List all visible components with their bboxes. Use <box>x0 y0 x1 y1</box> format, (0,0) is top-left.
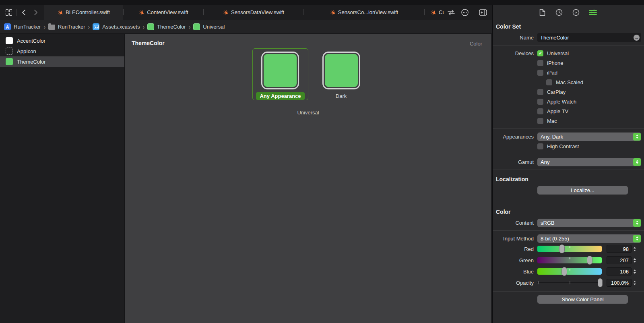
group-divider <box>248 105 369 105</box>
tab-sensorsconnectionview[interactable]: SensorsCo...ionView.swift <box>303 5 424 20</box>
editor-controls <box>444 5 492 20</box>
tabs: BLEController.swift ContentView.swift Se… <box>44 5 444 20</box>
variant-any-appearance[interactable]: Any Appearance <box>252 48 308 100</box>
breadcrumb-universal[interactable]: Universal <box>193 23 225 30</box>
green-slider[interactable] <box>537 257 602 263</box>
inspector-panel: ? Color Set Name ThemeColor → Devices ✓ … <box>492 5 644 323</box>
sidebar-item-accentcolor[interactable]: AccentColor <box>0 35 124 46</box>
checkbox-icon[interactable]: ✓ <box>537 50 543 56</box>
red-value-field[interactable]: 98 <box>607 245 632 253</box>
tab-blecontroller[interactable]: BLEController.swift <box>44 5 123 20</box>
sidebar-item-appicon[interactable]: AppIcon <box>0 46 124 56</box>
green-slider-row: Green 207 <box>493 255 644 266</box>
content-dropdown[interactable]: sRGB <box>537 219 641 227</box>
breadcrumb-label: Assets.xcassets <box>102 24 140 30</box>
editor-options-icon[interactable] <box>460 8 470 17</box>
show-color-panel-button[interactable]: Show Color Panel <box>537 295 628 304</box>
breadcrumb-folder[interactable]: RunTracker <box>48 24 85 30</box>
code-review-icon[interactable] <box>446 8 456 17</box>
checkbox-iphone[interactable]: iPhone <box>537 58 563 68</box>
tab-overview-icon[interactable] <box>4 8 14 17</box>
file-inspector-icon[interactable] <box>538 8 547 17</box>
breadcrumb-project[interactable]: A RunTracker <box>4 23 41 30</box>
opacity-slider[interactable] <box>537 280 602 286</box>
appearances-label: Appearances <box>493 134 537 140</box>
tab-label: BLEController.swift <box>66 9 110 15</box>
opacity-value-field[interactable]: 100.0% <box>607 279 632 287</box>
gamut-dropdown[interactable]: Any <box>537 158 641 166</box>
swift-icon <box>138 9 144 15</box>
checkbox-carplay[interactable]: CarPlay <box>537 87 566 97</box>
checkbox-mac[interactable]: Mac <box>537 116 557 126</box>
slider-thumb[interactable] <box>587 256 592 265</box>
stepper-icon <box>633 219 641 227</box>
red-slider[interactable] <box>537 246 602 252</box>
tab-label: SensorsCo...ionView.swift <box>338 9 398 15</box>
swift-icon <box>223 9 229 15</box>
checkbox-universal[interactable]: ✓ Universal <box>537 48 569 58</box>
checkbox-icon[interactable] <box>537 143 543 149</box>
breadcrumb: A RunTracker › RunTracker › Assets.xcass… <box>0 20 492 34</box>
divider <box>493 128 644 129</box>
checkbox-high-contrast[interactable]: High Contrast <box>537 141 579 151</box>
history-inspector-icon[interactable] <box>555 8 564 17</box>
checkbox-label: Apple TV <box>547 108 568 114</box>
breadcrumb-assets[interactable]: Assets.xcassets <box>93 23 140 30</box>
stepper-icon[interactable] <box>634 281 636 285</box>
back-button[interactable] <box>19 8 29 17</box>
swift-icon <box>430 9 436 15</box>
blue-value-field[interactable]: 106 <box>607 267 632 275</box>
checkbox-icon[interactable] <box>537 60 543 66</box>
appearances-dropdown[interactable]: Any, Dark <box>537 133 641 141</box>
tab-label: Cus <box>439 9 444 15</box>
color-swatch-frame <box>261 52 299 89</box>
slider-thumb[interactable] <box>598 278 603 287</box>
stepper-icon[interactable] <box>634 269 636 274</box>
gamut-label: Gamut <box>493 159 537 165</box>
variant-label: Any Appearance <box>256 92 304 100</box>
color-swatch <box>325 54 358 87</box>
devices-row-universal: Devices ✓ Universal <box>493 48 644 58</box>
breadcrumb-label: RunTracker <box>58 24 85 30</box>
stepper-icon[interactable] <box>634 247 636 251</box>
slider-track[interactable] <box>537 268 602 275</box>
checkbox-mac-scaled[interactable]: Mac Scaled <box>546 77 583 87</box>
slider-thumb[interactable] <box>561 267 567 276</box>
slider-thumb[interactable] <box>559 244 565 253</box>
window-top-strip <box>0 0 644 5</box>
help-inspector-icon[interactable]: ? <box>572 8 580 17</box>
name-field[interactable]: ThemeColor → <box>537 33 641 42</box>
green-value-field[interactable]: 207 <box>607 256 632 264</box>
stepper-icon[interactable] <box>634 258 636 263</box>
checkbox-icon[interactable] <box>537 89 543 95</box>
input-method-dropdown[interactable]: 8-bit (0-255) <box>537 234 641 243</box>
checkbox-apple-tv[interactable]: Apple TV <box>537 106 568 116</box>
checkbox-icon[interactable] <box>537 108 543 114</box>
slider-track[interactable] <box>537 246 602 252</box>
color-swatch-frame <box>322 52 360 89</box>
tab-truncated[interactable]: Cus <box>425 5 444 20</box>
tab-contentview[interactable]: ContentView.swift <box>124 5 203 20</box>
appearances-row: Appearances Any, Dark <box>493 132 644 141</box>
checkbox-ipad[interactable]: iPad <box>537 68 557 77</box>
breadcrumb-themecolor[interactable]: ThemeColor <box>147 23 186 30</box>
checkbox-label: Universal <box>547 50 569 56</box>
divider <box>493 230 644 231</box>
checkbox-icon[interactable] <box>537 118 543 124</box>
sidebar-item-themecolor[interactable]: ThemeColor <box>0 56 124 67</box>
localize-button[interactable]: Localize... <box>537 186 628 195</box>
slider-tick <box>570 281 570 284</box>
arrow-right-icon[interactable]: → <box>634 35 640 41</box>
divider <box>493 45 644 46</box>
blue-slider[interactable] <box>537 268 602 275</box>
attributes-inspector-icon[interactable] <box>588 8 597 17</box>
checkbox-icon[interactable] <box>546 79 552 85</box>
checkbox-icon[interactable] <box>537 70 543 76</box>
add-editor-icon[interactable] <box>478 8 488 17</box>
forward-button[interactable] <box>31 8 41 17</box>
appearances-value: Any, Dark <box>541 134 563 140</box>
variant-dark[interactable]: Dark <box>319 48 364 102</box>
tab-sensorsdataview[interactable]: SensorsDataView.swift <box>204 5 303 20</box>
checkbox-icon[interactable] <box>537 99 543 105</box>
checkbox-apple-watch[interactable]: Apple Watch <box>537 97 576 106</box>
